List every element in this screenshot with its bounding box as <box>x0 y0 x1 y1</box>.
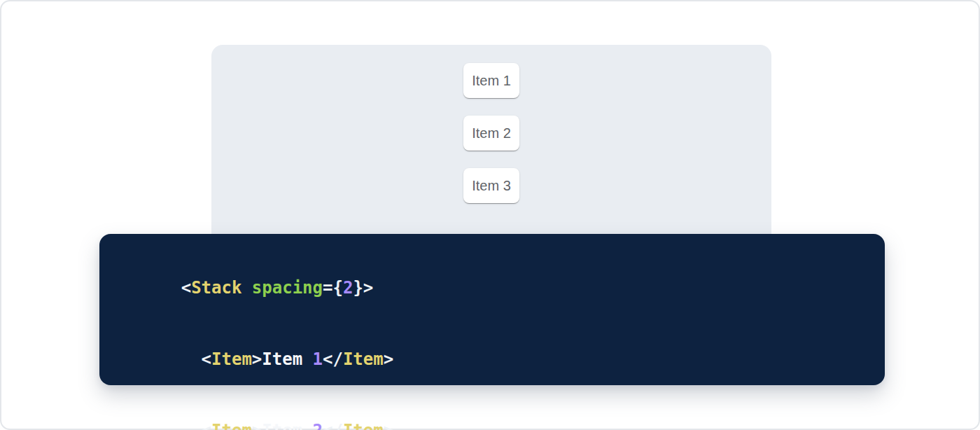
code-token: > <box>252 421 262 430</box>
stack-item-label: Item 1 <box>472 73 511 89</box>
stack-item-card: Item 1 <box>463 63 519 98</box>
stack-demo-panel: Item 1 Item 2 Item 3 <box>211 45 771 255</box>
code-snippet-block: <Stack spacing={2}> <Item>Item 1</Item> … <box>99 234 885 385</box>
code-token: Stack <box>191 278 241 298</box>
code-token: Item <box>211 421 252 430</box>
code-token: { <box>332 278 342 298</box>
code-token: > <box>384 421 393 430</box>
stack-item-card: Item 2 <box>463 116 519 151</box>
stack-item-label: Item 3 <box>472 178 511 194</box>
code-token: Item <box>343 421 384 430</box>
code-token: </ <box>323 421 343 430</box>
code-token <box>241 278 251 298</box>
page-card: Item 1 Item 2 Item 3 <Stack spacing={2}>… <box>0 0 980 430</box>
code-token: > <box>384 349 393 369</box>
code-token <box>181 421 202 430</box>
code-token: spacing <box>252 278 323 298</box>
code-line: <Stack spacing={2}> <box>120 252 864 324</box>
code-token: < <box>202 421 211 430</box>
code-token: Item <box>262 349 312 369</box>
code-token: } <box>353 278 363 298</box>
code-token: > <box>252 349 262 369</box>
stack-item-label: Item 2 <box>472 125 511 141</box>
code-token: < <box>181 278 191 298</box>
code-line: <Item>Item 2</Item> <box>120 395 864 430</box>
code-token: = <box>323 278 332 298</box>
code-token: 2 <box>343 278 353 298</box>
code-token: Item <box>211 349 252 369</box>
code-token: < <box>202 349 211 369</box>
code-token: > <box>363 278 373 298</box>
code-token: Item <box>262 421 312 430</box>
code-token: 1 <box>313 349 323 369</box>
code-token: </ <box>323 349 343 369</box>
code-token: 2 <box>313 421 323 430</box>
code-token: Item <box>343 349 384 369</box>
code-token <box>181 349 202 369</box>
code-line: <Item>Item 1</Item> <box>120 324 864 395</box>
stack-item-card: Item 3 <box>463 168 519 203</box>
